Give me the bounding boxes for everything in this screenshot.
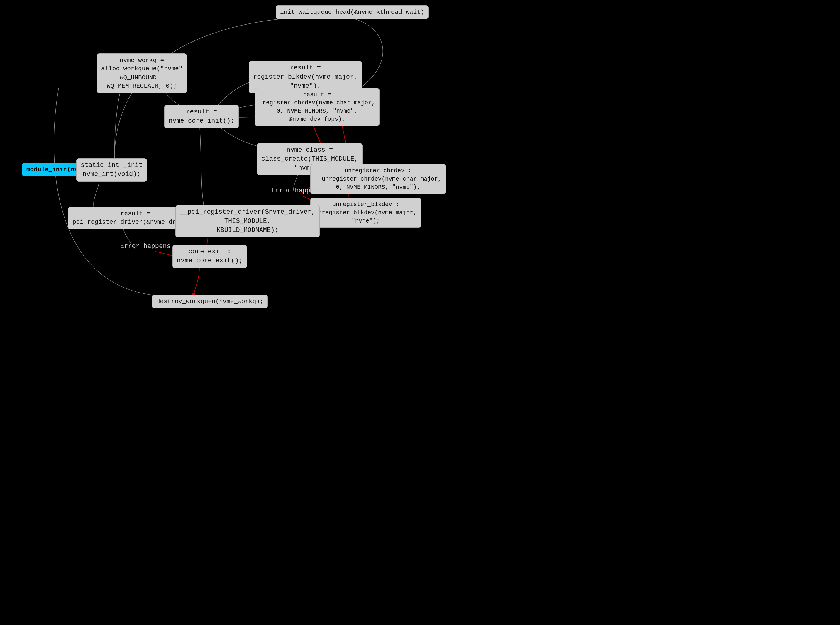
core-exit-node: core_exit : nvme_core_exit(); xyxy=(173,245,247,268)
pci-register-driver-node: __pci_register_driver($nvme_driver, THIS… xyxy=(175,205,320,238)
nvme-workq-node: nvme_workq = alloc_workqueue("nvme" WQ_U… xyxy=(97,53,187,93)
destroy-workqueu-node: destroy_workqueu(nvme_workq); xyxy=(152,295,268,308)
result-nvme-core-init-node: result = nvme_core_init(); xyxy=(164,105,239,128)
error-happens-right: Error happens xyxy=(271,187,322,194)
static-int-init-node: static int _init nvme_int(void); xyxy=(76,158,147,182)
unregister-blkdev-node: unregister_blkdev : unregister_blkdev(nv… xyxy=(310,198,421,228)
result-register-chrdev-node: result = _register_chrdev(nvme_char_majo… xyxy=(255,88,380,126)
unregister-chrdev-node: unregister_chrdev : __unregister_chrdev(… xyxy=(310,164,446,194)
error-happens-left: Error happens xyxy=(120,243,171,250)
init-waitqueue-node: init_waitqueue_head(&nvme_kthread_wait) xyxy=(276,5,429,19)
flow-diagram-arrows xyxy=(0,0,840,625)
